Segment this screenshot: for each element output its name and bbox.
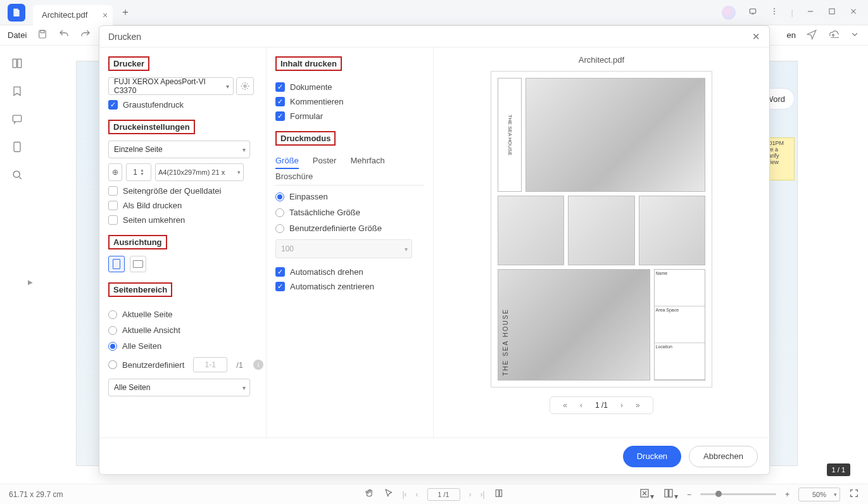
tab-brochure[interactable]: Broschüre bbox=[275, 172, 313, 181]
range-currentview-radio[interactable]: Aktuelle Ansicht bbox=[108, 325, 263, 335]
pager-last-icon[interactable]: » bbox=[636, 401, 640, 410]
copies-input[interactable]: 1▲▼ bbox=[126, 163, 151, 181]
printer-settings-button[interactable] bbox=[236, 77, 254, 95]
thumbnails-icon[interactable] bbox=[11, 57, 23, 70]
bookmark-icon[interactable] bbox=[11, 85, 23, 98]
zoom-select[interactable]: 50% bbox=[798, 488, 840, 501]
section-printer: Drucker bbox=[108, 56, 149, 71]
range-all-radio[interactable]: Alle Seiten bbox=[108, 341, 263, 351]
menu-right-item[interactable]: en bbox=[787, 30, 796, 40]
reverse-checkbox[interactable]: Seiten umkehren bbox=[108, 215, 263, 225]
radio-icon bbox=[275, 224, 284, 233]
pager-current: 1 /1 bbox=[595, 401, 608, 410]
cloud-upload-icon[interactable] bbox=[827, 28, 839, 42]
content-docs-checkbox[interactable]: Dokumente bbox=[275, 82, 424, 92]
radio-checked-icon bbox=[275, 192, 284, 201]
section-orientation: Ausrichtung bbox=[108, 235, 167, 249]
cancel-button[interactable]: Abbrechen bbox=[689, 446, 758, 467]
hand-tool-icon[interactable] bbox=[364, 488, 374, 500]
size-custom-radio[interactable]: Benutzerdefinierte Größe bbox=[275, 224, 424, 233]
menu-file[interactable]: Datei bbox=[8, 30, 27, 40]
tab-multi[interactable]: Mehrfach bbox=[350, 156, 384, 169]
auto-center-checkbox[interactable]: Automatisch zentrieren bbox=[275, 282, 424, 291]
nav-prev-icon[interactable]: ‹ bbox=[416, 490, 418, 499]
send-icon[interactable] bbox=[806, 28, 817, 42]
range-custom-input[interactable]: 1-1 bbox=[193, 357, 227, 372]
pager-prev-icon[interactable]: ‹ bbox=[580, 401, 582, 410]
print-button[interactable]: Drucken bbox=[623, 446, 681, 467]
pager-next-icon[interactable]: › bbox=[620, 401, 623, 410]
new-tab-button[interactable]: ＋ bbox=[120, 6, 130, 19]
svg-rect-10 bbox=[13, 59, 16, 67]
svg-rect-18 bbox=[500, 490, 501, 497]
fullscreen-icon[interactable] bbox=[849, 488, 859, 500]
auto-rotate-checkbox[interactable]: Automatisch drehen bbox=[275, 267, 424, 277]
more-menu-icon[interactable] bbox=[770, 7, 779, 18]
checkbox-checked-icon bbox=[108, 100, 118, 110]
range-custom-radio[interactable]: Benutzerdefiniert 1-1 /1 i bbox=[108, 357, 263, 372]
pager-first-icon[interactable]: « bbox=[563, 401, 567, 410]
page-layout-icon[interactable] bbox=[494, 488, 504, 500]
checkbox-checked-icon bbox=[275, 82, 285, 92]
undo-icon[interactable] bbox=[58, 28, 70, 42]
size-fit-radio[interactable]: Einpassen bbox=[275, 192, 424, 201]
dialog-close-button[interactable]: ✕ bbox=[752, 31, 760, 42]
svg-rect-11 bbox=[18, 59, 22, 67]
svg-rect-12 bbox=[13, 115, 21, 122]
content-comments-checkbox[interactable]: Kommentieren bbox=[275, 97, 424, 106]
attachment-icon[interactable] bbox=[11, 141, 23, 153]
svg-point-14 bbox=[13, 171, 20, 177]
content-form-checkbox[interactable]: Formular bbox=[275, 111, 424, 121]
title-bar-right: | bbox=[722, 6, 868, 20]
close-tab-button[interactable]: × bbox=[103, 10, 108, 20]
tab-size[interactable]: Größe bbox=[275, 156, 299, 169]
notifications-icon[interactable] bbox=[748, 7, 757, 18]
nav-last-icon[interactable]: ›| bbox=[481, 490, 485, 499]
size-actual-radio[interactable]: Tatsächliche Größe bbox=[275, 208, 424, 217]
minimize-button[interactable] bbox=[806, 7, 815, 18]
view-mode-icon[interactable]: ▾ bbox=[663, 488, 678, 501]
preview-main-render bbox=[525, 78, 705, 192]
print-options-left: Drucker FUJI XEROX ApeosPort-VI C3370 Gr… bbox=[99, 47, 267, 438]
section-pagerange: Seitenbereich bbox=[108, 282, 172, 297]
zoom-in-button[interactable]: + bbox=[785, 490, 789, 499]
section-printcontent: Inhalt drucken bbox=[275, 56, 342, 71]
comment-icon[interactable] bbox=[11, 113, 23, 125]
status-center-controls: |‹ ‹ 1 /1 › ›| bbox=[364, 488, 503, 501]
svg-point-3 bbox=[774, 13, 775, 15]
layout-select[interactable]: Einzelne Seite bbox=[108, 141, 250, 158]
document-tab[interactable]: Architect.pdf × bbox=[33, 5, 113, 25]
range-currentpage-radio[interactable]: Aktuelle Seite bbox=[108, 310, 263, 319]
orientation-portrait[interactable] bbox=[108, 256, 125, 272]
save-icon[interactable] bbox=[37, 28, 48, 42]
close-window-button[interactable] bbox=[849, 7, 858, 18]
asimage-checkbox[interactable]: Als Bild drucken bbox=[108, 201, 263, 210]
add-copies-button[interactable]: ⊕ bbox=[108, 163, 122, 181]
preview-detail-2 bbox=[568, 196, 634, 265]
chevron-down-icon[interactable] bbox=[849, 28, 860, 42]
zoom-out-button[interactable]: − bbox=[687, 490, 691, 499]
expand-sidebar-icon[interactable]: ▶ bbox=[28, 279, 33, 286]
paper-size-select[interactable]: A4(210x297mm) 21 x bbox=[155, 163, 244, 181]
select-tool-icon[interactable] bbox=[383, 488, 393, 500]
nav-next-icon[interactable]: › bbox=[469, 490, 472, 499]
section-printsettings: Druckeinstellungen bbox=[108, 120, 195, 134]
zoom-slider[interactable] bbox=[700, 493, 776, 495]
page-input[interactable]: 1 /1 bbox=[427, 488, 460, 501]
nav-first-icon[interactable]: |‹ bbox=[402, 490, 406, 499]
range-pages-select[interactable]: Alle Seiten bbox=[108, 379, 250, 396]
redo-icon[interactable] bbox=[80, 28, 91, 42]
orientation-landscape[interactable] bbox=[130, 256, 146, 272]
print-preview-panel: Architect.pdf THE SEA HOUSE THE SEA HOUS… bbox=[434, 47, 769, 438]
maximize-button[interactable] bbox=[827, 7, 836, 18]
preview-detail-1 bbox=[498, 196, 564, 265]
checkbox-checked-icon bbox=[275, 111, 285, 121]
printer-select[interactable]: FUJI XEROX ApeosPort-VI C3370 bbox=[108, 77, 234, 95]
sourcesize-checkbox[interactable]: Seitengröße der Quelldatei bbox=[108, 186, 263, 196]
search-icon[interactable] bbox=[11, 168, 23, 181]
fit-page-icon[interactable]: ▾ bbox=[639, 488, 654, 501]
grayscale-checkbox[interactable]: Graustufendruck bbox=[108, 100, 263, 110]
info-icon[interactable]: i bbox=[253, 360, 263, 370]
user-avatar-icon[interactable] bbox=[722, 6, 736, 20]
tab-poster[interactable]: Poster bbox=[313, 156, 337, 169]
